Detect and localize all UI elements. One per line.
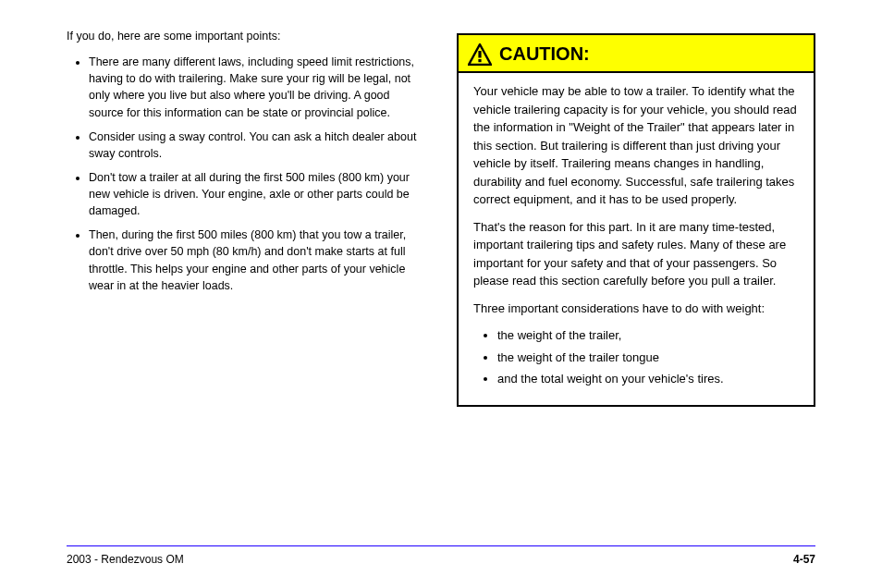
caution-bullet-intro: Three important considerations have to d… bbox=[473, 300, 799, 318]
page-footer: 2003 - Rendezvous OM 4-57 bbox=[67, 542, 815, 568]
advice-bullet-list: There are many different laws, including… bbox=[67, 54, 425, 294]
right-column: CAUTION: Your vehicle may be able to tow… bbox=[457, 28, 815, 418]
warning-triangle-icon bbox=[468, 43, 492, 66]
footer-row: 2003 - Rendezvous OM 4-57 bbox=[67, 552, 815, 568]
caution-bullet-list: the weight of the trailer, the weight of… bbox=[473, 326, 799, 388]
svg-rect-2 bbox=[478, 59, 481, 62]
caution-header: CAUTION: bbox=[459, 35, 814, 73]
advice-bullet: Consider using a sway control. You can a… bbox=[89, 129, 425, 162]
caution-paragraph: Your vehicle may be able to tow a traile… bbox=[473, 82, 799, 209]
advice-intro: If you do, here are some important point… bbox=[67, 28, 425, 44]
page: If you do, here are some important point… bbox=[0, 0, 882, 588]
footer-left: 2003 - Rendezvous OM bbox=[67, 552, 184, 568]
page-number: 4-57 bbox=[793, 552, 815, 568]
advice-bullet: There are many different laws, including… bbox=[89, 54, 425, 121]
caution-body: Your vehicle may be able to tow a traile… bbox=[459, 73, 814, 405]
two-column-layout: If you do, here are some important point… bbox=[67, 28, 815, 418]
caution-bullet: the weight of the trailer tongue bbox=[497, 349, 799, 367]
advice-bullet: Then, during the first 500 miles (800 km… bbox=[89, 227, 425, 294]
advice-bullet: Don't tow a trailer at all during the fi… bbox=[89, 169, 425, 219]
caution-bullet: the weight of the trailer, bbox=[497, 326, 799, 345]
footer-rule bbox=[67, 545, 815, 546]
caution-bullet: and the total weight on your vehicle's t… bbox=[497, 370, 799, 388]
svg-rect-1 bbox=[478, 51, 481, 58]
left-column: If you do, here are some important point… bbox=[67, 28, 425, 418]
caution-paragraph: That's the reason for this part. In it a… bbox=[473, 218, 799, 290]
caution-notice: CAUTION: Your vehicle may be able to tow… bbox=[457, 33, 815, 407]
caution-label: CAUTION: bbox=[499, 41, 590, 67]
